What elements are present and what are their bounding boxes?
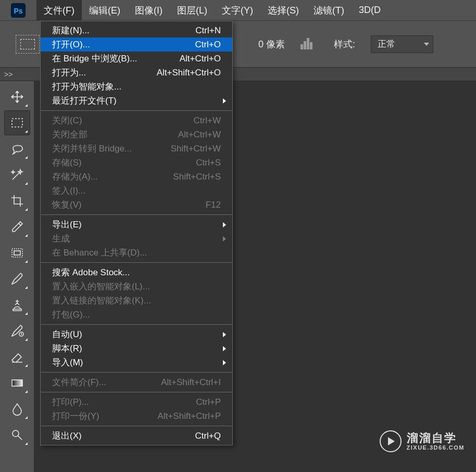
menu-选择(S)[interactable]: 选择(S) (260, 0, 306, 20)
eraser-tool[interactable] (4, 345, 30, 369)
menuitem-在 Behance 上共享(D)...: 在 Behance 上共享(D)... (41, 246, 232, 260)
menubar: Ps 文件(F)编辑(E)图像(I)图层(L)文字(Y)选择(S)滤镜(T)3D… (0, 0, 476, 21)
eyedropper-tool[interactable] (4, 214, 30, 239)
menu-编辑(E)[interactable]: 编辑(E) (82, 0, 128, 20)
app-logo: Ps (0, 0, 36, 20)
menuitem-文件简介(F)...: 文件简介(F)...Alt+Shift+Ctrl+I (41, 375, 232, 389)
style-select[interactable]: 正常 (371, 35, 433, 53)
menuitem-shortcut: Ctrl+P (196, 397, 221, 407)
menuitem-打开为智能对象...[interactable]: 打开为智能对象... (41, 80, 232, 94)
menuitem-label: 打包(G)... (52, 309, 90, 321)
menuitem-label: 导入(M) (52, 356, 83, 368)
menuitem-打开(O)...[interactable]: 打开(O)...Ctrl+O (41, 37, 232, 52)
menuitem-关闭全部: 关闭全部Alt+Ctrl+W (41, 127, 232, 142)
menuitem-shortcut: Alt+Ctrl+O (180, 54, 221, 64)
history-brush-tool[interactable] (4, 318, 30, 343)
menu-图层(L)[interactable]: 图层(L) (170, 0, 215, 20)
tool-column (0, 81, 34, 472)
menu-separator (41, 426, 232, 426)
svg-rect-7 (12, 249, 22, 257)
menuitem-打包(G)...: 打包(G)... (41, 308, 232, 322)
menuitem-shortcut: Ctrl+Q (195, 431, 221, 441)
menuitem-导出(E)[interactable]: 导出(E) (41, 218, 232, 232)
menuitem-在 Bridge 中浏览(B)...[interactable]: 在 Bridge 中浏览(B)...Alt+Ctrl+O (41, 52, 232, 66)
menu-3D(D[interactable]: 3D(D (352, 0, 388, 20)
menuitem-置入链接的智能对象(K)...: 置入链接的智能对象(K)... (41, 294, 232, 308)
menuitem-签入(I)...: 签入(I)... (41, 184, 232, 198)
magic-wand-tool[interactable] (4, 162, 30, 187)
menuitem-label: 打开为智能对象... (52, 81, 121, 93)
menuitem-label: 打印一份(Y) (52, 410, 99, 422)
brush-tool[interactable] (4, 266, 30, 291)
frame-tool[interactable] (4, 240, 30, 265)
menuitem-存储为(A)...: 存储为(A)...Shift+Ctrl+S (41, 170, 232, 184)
menu-图像(I)[interactable]: 图像(I) (128, 0, 170, 20)
watermark-title: 溜溜自学 (407, 432, 465, 444)
menuitem-label: 导出(E) (52, 219, 82, 231)
menu-文字(Y)[interactable]: 文字(Y) (215, 0, 260, 20)
menuitem-label: 新建(N)... (52, 24, 90, 36)
menuitem-生成: 生成 (41, 232, 232, 246)
menuitem-label: 恢复(V) (52, 199, 82, 211)
gradient-tool[interactable] (4, 371, 30, 396)
menuitem-最近打开文件(T)[interactable]: 最近打开文件(T) (41, 94, 232, 108)
menuitem-存储(S): 存储(S)Ctrl+S (41, 156, 232, 170)
menu-separator (41, 262, 232, 263)
menuitem-label: 关闭并转到 Bridge... (52, 143, 132, 155)
menuitem-shortcut: Alt+Shift+Ctrl+I (161, 377, 221, 388)
menuitem-自动(U)[interactable]: 自动(U) (41, 327, 232, 341)
menuitem-shortcut: F12 (206, 200, 221, 210)
svg-rect-8 (14, 251, 20, 255)
menuitem-脚本(R)[interactable]: 脚本(R) (41, 341, 232, 355)
svg-rect-5 (310, 42, 312, 49)
tool-preset-icon[interactable] (16, 35, 40, 54)
file-menu-dropdown: 新建(N)...Ctrl+N打开(O)...Ctrl+O在 Bridge 中浏览… (40, 21, 233, 445)
menuitem-label: 关闭(C) (52, 114, 82, 126)
menuitem-打开为...[interactable]: 打开为...Alt+Shift+Ctrl+O (41, 66, 232, 80)
style-label: 样式: (334, 38, 355, 50)
clone-stamp-tool[interactable] (4, 292, 30, 317)
expand-chevrons-icon[interactable]: >> (4, 70, 12, 79)
blur-tool[interactable] (4, 397, 30, 422)
menuitem-关闭并转到 Bridge...: 关闭并转到 Bridge...Shift+Ctrl+W (41, 142, 232, 156)
svg-rect-2 (300, 44, 303, 49)
play-icon (380, 430, 402, 452)
menuitem-label: 置入链接的智能对象(K)... (52, 295, 151, 307)
menuitem-shortcut: Alt+Shift+Ctrl+P (158, 411, 221, 422)
menuitem-shortcut: Ctrl+O (195, 40, 221, 50)
menu-滤镜(T)[interactable]: 滤镜(T) (306, 0, 352, 20)
crop-tool[interactable] (4, 188, 30, 213)
menu-separator (41, 214, 232, 215)
move-tool[interactable] (4, 84, 30, 109)
menuitem-搜索 Adobe Stock...[interactable]: 搜索 Adobe Stock... (41, 265, 232, 279)
feather-value: 0 像素 (258, 38, 285, 50)
svg-rect-10 (12, 380, 22, 386)
histogram-icon (300, 37, 318, 52)
menuitem-退出(X)[interactable]: 退出(X)Ctrl+Q (41, 429, 232, 443)
menuitem-shortcut: Ctrl+N (195, 25, 221, 36)
menuitem-label: 退出(X) (52, 430, 82, 442)
menuitem-置入嵌入的智能对象(L)...: 置入嵌入的智能对象(L)... (41, 279, 232, 294)
menu-separator (41, 372, 232, 373)
menuitem-label: 文件简介(F)... (52, 376, 106, 388)
menuitem-label: 在 Bridge 中浏览(B)... (52, 53, 137, 65)
dodge-tool[interactable] (4, 423, 30, 448)
menuitem-新建(N)...[interactable]: 新建(N)...Ctrl+N (41, 23, 232, 37)
menuitem-打印(P)...: 打印(P)...Ctrl+P (41, 395, 232, 409)
watermark-subtitle: ZIXUE.3D66.COM (407, 444, 465, 451)
menuitem-导入(M)[interactable]: 导入(M) (41, 355, 232, 369)
menu-separator (41, 392, 232, 392)
svg-rect-6 (12, 119, 22, 127)
marquee-tool[interactable] (4, 110, 30, 135)
menuitem-label: 签入(I)... (52, 185, 85, 197)
menuitem-label: 存储(S) (52, 157, 82, 169)
menuitem-label: 打开为... (52, 67, 86, 79)
menuitem-label: 打开(O)... (52, 39, 90, 50)
lasso-tool[interactable] (4, 136, 30, 161)
menuitem-label: 搜索 Adobe Stock... (52, 266, 130, 278)
menuitem-shortcut: Alt+Ctrl+W (178, 130, 221, 140)
menuitem-shortcut: Ctrl+S (196, 158, 221, 168)
menu-文件(F)[interactable]: 文件(F) (36, 0, 82, 20)
menuitem-shortcut: Shift+Ctrl+W (171, 144, 221, 154)
menuitem-label: 置入嵌入的智能对象(L)... (52, 280, 150, 292)
